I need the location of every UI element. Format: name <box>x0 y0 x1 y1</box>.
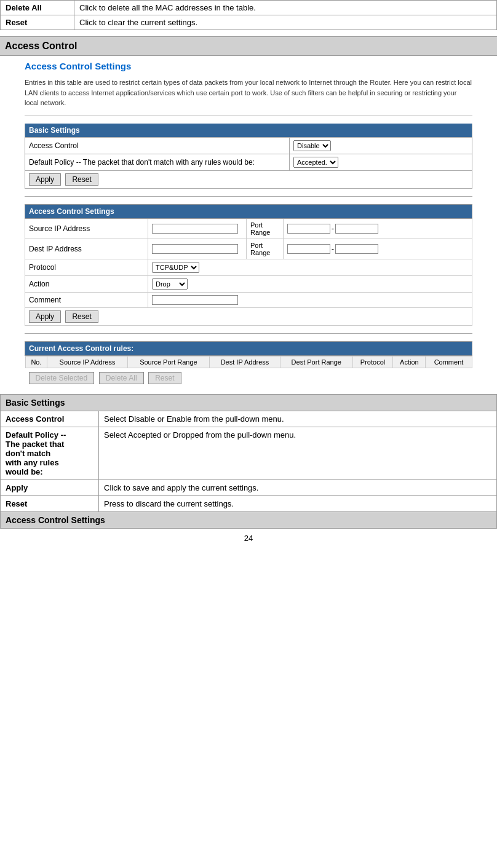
bottom-description-table: Basic SettingsAccess ControlSelect Disab… <box>0 394 497 529</box>
default-policy-label: Default Policy -- The packet that don't … <box>25 154 290 170</box>
access-control-row: Access Control DisableEnable <box>25 137 472 154</box>
top-value: Click to delete all the MAC addresses in… <box>74 1 497 15</box>
basic-apply-button[interactable]: Apply <box>29 173 61 186</box>
protocol-select[interactable]: TCP&UDPTCPUDPICMP <box>152 262 199 273</box>
comment-value <box>148 292 472 307</box>
source-ip-row: Source IP Address Port Range - <box>25 218 472 239</box>
acs-buttons-row: Apply Reset <box>25 307 472 325</box>
action-row: Action DropAccept <box>25 275 472 292</box>
rules-header-row: No.Source IP AddressSource Port RangeDes… <box>25 356 472 368</box>
divider-2 <box>25 196 472 197</box>
source-ip-label: Source IP Address <box>25 218 148 239</box>
basic-settings-table: Basic Settings Access Control DisableEna… <box>25 124 472 189</box>
desc-value: Click to save and apply the current sett… <box>99 479 497 495</box>
comment-row: Comment <box>25 292 472 307</box>
desc-key: Apply <box>1 479 99 495</box>
settings-title: Access Control Settings <box>25 61 472 71</box>
action-label: Action <box>25 275 148 292</box>
comment-input[interactable] <box>152 295 238 305</box>
default-policy-select[interactable]: Accepted.Dropped. <box>293 157 338 168</box>
desc-value: Select Disable or Enable from the pull-d… <box>99 411 497 427</box>
rules-column-header: Dest IP Address <box>210 356 280 368</box>
access-control-select[interactable]: DisableEnable <box>293 140 331 151</box>
inner-panel: Access Control Settings Entries in this … <box>25 61 472 388</box>
comment-label: Comment <box>25 292 148 307</box>
rules-column-header: Source Port Range <box>127 356 210 368</box>
current-rules-header: Current Access Control rules: <box>25 341 472 355</box>
dest-port-from-input[interactable] <box>287 244 330 254</box>
divider-3 <box>25 333 472 334</box>
protocol-label: Protocol <box>25 259 148 275</box>
rules-inner-table: No.Source IP AddressSource Port RangeDes… <box>25 356 472 368</box>
delete-selected-button[interactable]: Delete Selected <box>29 372 95 384</box>
protocol-value: TCP&UDPTCPUDPICMP <box>148 259 472 275</box>
desc-row: ApplyClick to save and apply the current… <box>1 479 497 495</box>
acs-table: Access Control Settings Source IP Addres… <box>25 204 472 326</box>
desc-nested-row: Default Policy --The packet thatdon't ma… <box>1 427 497 479</box>
acs-reset-button[interactable]: Reset <box>65 310 98 323</box>
source-ip-input-cell <box>148 218 247 239</box>
desc-row: ResetPress to discard the current settin… <box>1 495 497 511</box>
desc-key: Reset <box>1 495 99 511</box>
rules-column-header: No. <box>25 356 47 368</box>
source-port-range-label: Port Range <box>247 218 284 239</box>
action-select[interactable]: DropAccept <box>152 278 188 290</box>
access-control-section-header: Access Control <box>0 36 497 56</box>
current-rules-wrapper: Current Access Control rules: No.Source … <box>25 341 472 388</box>
dest-port-to-input[interactable] <box>335 244 378 254</box>
acs-header: Access Control Settings <box>25 204 472 218</box>
dest-ip-label: Dest IP Address <box>25 239 148 259</box>
desc-section-header: Basic Settings <box>1 394 497 411</box>
rules-column-header: Source IP Address <box>47 356 127 368</box>
desc-key: Access Control <box>1 411 99 427</box>
desc-nested-key: Default Policy --The packet thatdon't ma… <box>1 427 99 479</box>
source-port-from-input[interactable] <box>287 224 330 234</box>
access-control-value: DisableEnable <box>290 137 472 154</box>
desc-value: Press to discard the current settings. <box>99 495 497 511</box>
action-value: DropAccept <box>148 275 472 292</box>
desc-section-header: Access Control Settings <box>1 511 497 528</box>
rules-column-header: Comment <box>426 356 472 368</box>
protocol-row: Protocol TCP&UDPTCPUDPICMP <box>25 259 472 275</box>
description-text: Entries in this table are used to restri… <box>25 77 472 108</box>
delete-all-rules-button[interactable]: Delete All <box>99 372 144 384</box>
dest-ip-input[interactable] <box>152 244 238 254</box>
desc-nested-value: Select Accepted or Dropped from the pull… <box>99 427 497 479</box>
section-title-text: Access Control <box>5 41 77 51</box>
rules-column-header: Dest Port Range <box>280 356 352 368</box>
source-ip-input[interactable] <box>152 224 238 234</box>
reset-rules-button[interactable]: Reset <box>148 372 181 384</box>
top-table: Delete AllClick to delete all the MAC ad… <box>0 0 497 30</box>
default-policy-value: Accepted.Dropped. <box>290 154 472 170</box>
basic-settings-header: Basic Settings <box>25 124 472 138</box>
divider-1 <box>25 116 472 116</box>
source-port-range-inputs: - <box>284 218 472 239</box>
rules-column-header: Action <box>393 356 426 368</box>
default-policy-row: Default Policy -- The packet that don't … <box>25 154 472 170</box>
dest-ip-input-cell <box>148 239 247 259</box>
top-table-row: Delete AllClick to delete all the MAC ad… <box>1 1 497 15</box>
access-control-label: Access Control <box>25 137 290 154</box>
basic-settings-buttons-row: Apply Reset <box>25 170 472 188</box>
page-number: 24 <box>0 529 497 548</box>
desc-row: Access ControlSelect Disable or Enable f… <box>1 411 497 427</box>
dest-ip-row: Dest IP Address Port Range - <box>25 239 472 259</box>
top-table-row: ResetClick to clear the current settings… <box>1 15 497 30</box>
source-port-to-input[interactable] <box>335 224 378 234</box>
top-key: Delete All <box>1 1 74 15</box>
dest-port-range-label: Port Range <box>247 239 284 259</box>
basic-reset-button[interactable]: Reset <box>65 173 98 186</box>
dest-port-range-inputs: - <box>284 239 472 259</box>
top-value: Click to clear the current settings. <box>74 15 497 30</box>
acs-apply-button[interactable]: Apply <box>29 310 61 323</box>
top-key: Reset <box>1 15 74 30</box>
rules-column-header: Protocol <box>352 356 393 368</box>
